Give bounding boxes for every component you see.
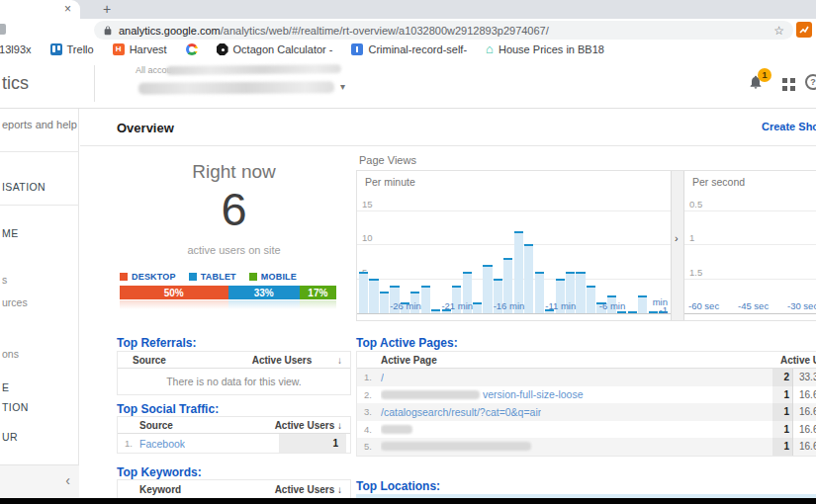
- sidebar-item-customisation[interactable]: ISATION: [2, 181, 45, 193]
- bookmark-item[interactable]: ⌂House Prices in BB18: [486, 43, 604, 55]
- bookmark-star-icon[interactable]: ☆: [773, 24, 784, 38]
- active-page-link[interactable]: /catalogsearch/result/?cat=0&q=air: [381, 406, 541, 418]
- sidebar-item-search-reports[interactable]: eports and help: [2, 119, 77, 130]
- bookmark-label: House Prices in BB18: [499, 43, 604, 55]
- bookmark-label: Harvest: [130, 43, 167, 55]
- pageviews-title: Page Views: [359, 154, 416, 166]
- bookmark-label: Octagon Calculator -: [233, 43, 333, 55]
- top-referrals-table: Source Active Users ↓ There is no data f…: [117, 351, 351, 395]
- bookmark-item[interactable]: Trello: [50, 43, 94, 55]
- table-row: 3./catalogsearch/result/?cat=0&q=air116.…: [357, 403, 816, 421]
- active-users-value: 2: [772, 369, 793, 386]
- top-active-pages-table: Active Page Active Users 1./233.33%2.ver…: [356, 351, 816, 457]
- octagon-icon: [217, 43, 228, 55]
- gridline: [357, 210, 671, 211]
- content-divider: [80, 145, 816, 146]
- active-pages-rows: 1./233.33%2.version-full-size-loose116.6…: [357, 369, 816, 456]
- table-row: 1./233.33%: [357, 369, 816, 386]
- account-dropdown-caret[interactable]: ▾: [340, 81, 345, 92]
- device-segment: 17%: [300, 286, 336, 299]
- table-row: 2.version-full-size-loose116.67%: [357, 386, 816, 404]
- sidebar-item-realtime[interactable]: ME: [2, 227, 19, 239]
- column-header-keyword[interactable]: Keyword: [139, 484, 181, 495]
- active-page-cell: version-full-size-loose: [381, 386, 770, 404]
- column-header-active-page[interactable]: Active Page: [381, 355, 437, 366]
- lock-icon: [103, 26, 113, 36]
- bookmark-item[interactable]: Criminal-record-self-: [351, 43, 467, 55]
- bookmark-item[interactable]: [186, 43, 198, 55]
- active-users-percent: 16.67%: [799, 438, 816, 456]
- analytics-extension-icon[interactable]: [796, 22, 812, 38]
- chart-splitter-handle[interactable]: ›: [671, 171, 684, 320]
- help-icon[interactable]: ?: [805, 74, 816, 90]
- pageviews-bar: [421, 286, 430, 313]
- top-social-table: Source Active Users ↓ 1. Facebook 1: [117, 416, 351, 454]
- sidebar-collapse-icon[interactable]: ‹: [65, 472, 70, 488]
- bookmark-item[interactable]: Octagon Calculator -: [217, 43, 333, 55]
- column-header-source[interactable]: Source: [133, 355, 227, 366]
- new-tab-button[interactable]: +: [94, 0, 120, 19]
- sidebar-item-behaviour[interactable]: UR: [2, 431, 18, 443]
- table-row: 1. Facebook 1: [118, 434, 350, 453]
- header-divider: [94, 65, 95, 102]
- browser-tab[interactable]: ×: [0, 0, 80, 19]
- device-segment: 33%: [228, 286, 300, 299]
- active-page-link[interactable]: /: [381, 372, 384, 383]
- x-axis-label: -6 min: [599, 300, 625, 311]
- sidebar-item-audience[interactable]: E: [2, 381, 9, 393]
- mobile-color-swatch: [249, 273, 257, 281]
- pageviews-bar: [524, 244, 533, 313]
- active-page-cell: [381, 438, 770, 456]
- bookmark-label: Trello: [67, 43, 94, 55]
- sidebar: ‹ eports and helpISATIONMEsurcesonsETION…: [0, 109, 79, 498]
- active-page-link[interactable]: version-full-size-loose: [483, 388, 584, 400]
- x-axis-label: -60 sec: [688, 300, 719, 311]
- tablet-color-swatch: [189, 273, 197, 281]
- y-axis-tick: 0.5: [689, 199, 702, 210]
- google-icon: [186, 43, 198, 55]
- pageviews-bar: [431, 309, 440, 313]
- desktop-color-swatch: [120, 273, 128, 281]
- top-social-heading: Top Social Traffic:: [117, 402, 219, 416]
- redacted-text: [381, 390, 480, 399]
- active-users-count: 6: [117, 182, 351, 236]
- url-text: analytics.google.com/analytics/web/#/rea…: [119, 25, 549, 37]
- apps-grid-icon[interactable]: [782, 78, 795, 91]
- bookmark-item[interactable]: n13l93x: [0, 43, 32, 55]
- row-index: 1.: [364, 372, 379, 382]
- gridline: [684, 244, 816, 245]
- column-header-source[interactable]: Source: [139, 420, 173, 431]
- per-second-panel: Per second 1.510.5-60 sec-45 sec-30 sec: [684, 171, 816, 320]
- x-axis-label: -21 min: [441, 300, 473, 311]
- legend-item: TABLET: [189, 272, 236, 282]
- sidebar-footer: ‹: [0, 464, 79, 498]
- sidebar-item-acquisition[interactable]: TION: [2, 401, 29, 413]
- sidebar-divider: [0, 151, 79, 152]
- pageviews-bar: [369, 279, 378, 313]
- redacted-text: [381, 425, 412, 434]
- social-source-link[interactable]: Facebook: [139, 438, 185, 450]
- active-users-percent: 33.33%: [799, 369, 816, 386]
- table-row: 4.116.67%: [357, 421, 816, 439]
- x-axis-label: min-1: [653, 298, 668, 314]
- legend-item: MOBILE: [249, 272, 297, 282]
- sort-descending-icon[interactable]: ↓: [337, 355, 342, 366]
- sidebar-item-conversions[interactable]: ons: [2, 348, 19, 360]
- tab-close-icon[interactable]: ×: [64, 1, 71, 17]
- row-index: 3.: [364, 406, 379, 417]
- sidebar-item-locations[interactable]: s: [2, 274, 7, 286]
- create-shortcut-link[interactable]: Create Shortcut: [762, 121, 816, 132]
- active-users-percent: 16.67%: [799, 386, 816, 404]
- bookmark-item[interactable]: HHarvest: [113, 43, 167, 55]
- x-axis-line: [357, 313, 671, 314]
- address-bar[interactable]: analytics.google.com/analytics/web/#/rea…: [94, 21, 793, 40]
- notification-badge: 1: [758, 68, 771, 82]
- column-header-active-users[interactable]: Active Users: [780, 355, 816, 366]
- column-header-active-users[interactable]: Active Users ↓: [275, 420, 342, 431]
- column-header-active-users[interactable]: Active Users ↓: [275, 484, 342, 495]
- sidebar-item-traffic-sources[interactable]: urces: [2, 296, 28, 308]
- empty-state-text: There is no data for this view.: [118, 369, 350, 394]
- device-segment: 50%: [120, 286, 228, 299]
- redacted-account-name: [166, 64, 341, 75]
- column-header-active-users[interactable]: Active Users: [227, 355, 337, 366]
